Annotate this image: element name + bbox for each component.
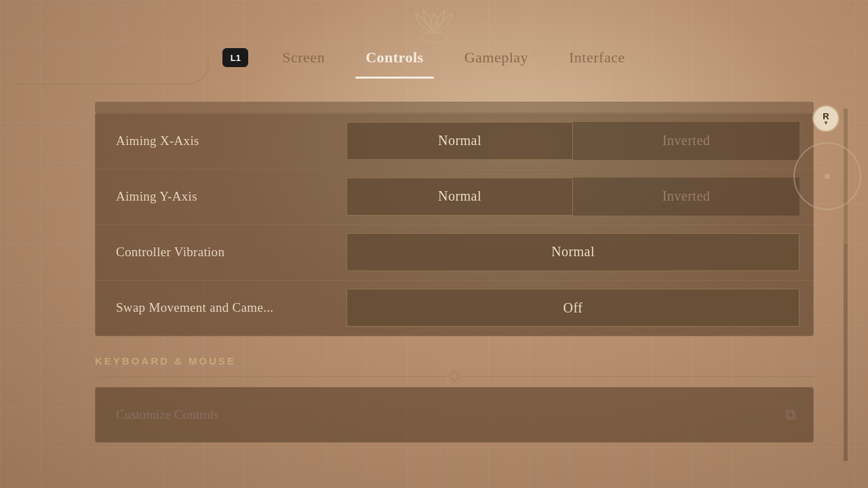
partial-row-top (95, 102, 814, 113)
aiming-y-axis-controls: Normal Inverted (347, 169, 813, 224)
aiming-y-axis-row: Aiming Y-Axis Normal Inverted (96, 169, 813, 224)
main-content: Aiming X-Axis Normal Inverted Aiming Y-A… (95, 102, 814, 474)
aiming-y-inverted-btn[interactable]: Inverted (573, 178, 800, 216)
controller-vibration-toggle: Normal (347, 233, 800, 271)
aiming-x-inverted-btn[interactable]: Inverted (573, 122, 800, 160)
customize-controls-icon: ⧉ (785, 406, 796, 424)
lotus-icon (410, 3, 458, 44)
r-button-indicator: R ▼ (812, 105, 840, 132)
aiming-x-normal-btn[interactable]: Normal (347, 122, 573, 160)
tab-gameplay[interactable]: Gameplay (444, 42, 549, 73)
circle-dot (825, 174, 830, 179)
swap-movement-row: Swap Movement and Came... Off (96, 280, 813, 336)
swap-movement-label: Swap Movement and Came... (96, 280, 340, 336)
controller-vibration-label: Controller Vibration (96, 224, 340, 279)
swap-movement-toggle: Off (347, 289, 800, 327)
customize-controls-row[interactable]: Customize Controls ⧉ (95, 387, 814, 443)
aiming-x-axis-label: Aiming X-Axis (96, 113, 340, 168)
aiming-x-axis-controls: Normal Inverted (347, 113, 813, 168)
l1-badge[interactable]: L1 (222, 48, 248, 67)
aiming-y-normal-btn[interactable]: Normal (347, 178, 573, 216)
tab-interface[interactable]: Interface (549, 42, 646, 73)
controller-vibration-row: Controller Vibration Normal (96, 224, 813, 280)
section-divider (95, 372, 814, 380)
aiming-x-toggle-group: Normal Inverted (347, 122, 800, 160)
divider-line-left (95, 376, 446, 377)
nav-left-decoration (5, 58, 209, 85)
divider-line-right (462, 376, 814, 377)
tab-screen[interactable]: Screen (262, 42, 345, 73)
aiming-y-axis-label: Aiming Y-Axis (96, 169, 340, 224)
top-navigation: L1 Screen Controls Gameplay Interface (0, 0, 868, 95)
swap-movement-value[interactable]: Off (347, 289, 800, 327)
customize-controls-label: Customize Controls (116, 407, 218, 422)
aiming-y-toggle-group: Normal Inverted (347, 178, 800, 216)
swap-movement-controls: Off (347, 280, 813, 336)
keyboard-section-header: KEYBOARD & MOUSE (95, 355, 814, 367)
divider-diamond (449, 371, 460, 382)
circle-indicator (793, 142, 861, 210)
controller-vibration-value[interactable]: Normal (347, 233, 800, 271)
aiming-x-axis-row: Aiming X-Axis Normal Inverted (96, 113, 813, 169)
controller-vibration-controls: Normal (347, 224, 813, 279)
settings-panel: Aiming X-Axis Normal Inverted Aiming Y-A… (95, 113, 814, 336)
